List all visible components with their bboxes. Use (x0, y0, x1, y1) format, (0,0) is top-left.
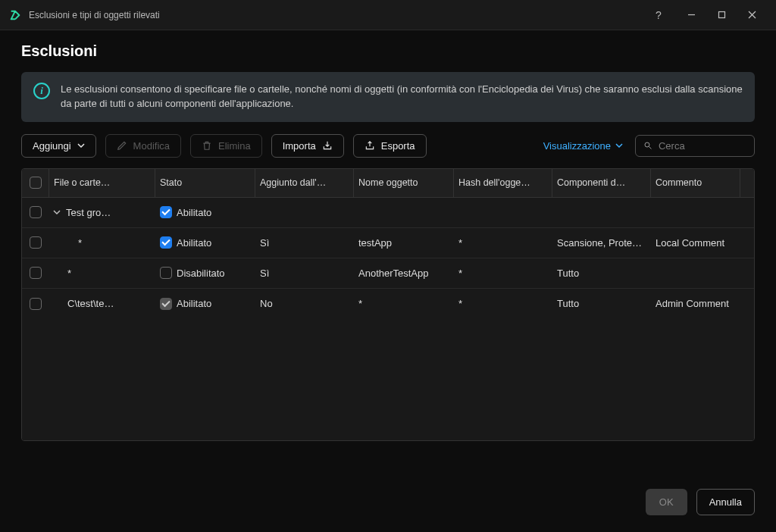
cell-state: Abilitato (177, 298, 211, 309)
export-icon (365, 140, 375, 151)
cell-object: testApp (354, 237, 454, 249)
table-row[interactable]: *DisabilitatoSìAnotherTestApp*Tutto (22, 258, 754, 289)
cell-components: Tutto (552, 268, 651, 279)
page-title: Esclusioni (21, 42, 755, 60)
row-checkbox[interactable] (30, 206, 42, 218)
cancel-button[interactable]: Annulla (696, 489, 755, 515)
pencil-icon (117, 140, 127, 151)
col-state[interactable]: Stato (155, 169, 255, 197)
cell-added: Sì (255, 268, 354, 279)
cell-file: Test gro… (66, 207, 111, 218)
import-button-label: Importa (283, 140, 316, 152)
col-added[interactable]: Aggiunto dall'… (255, 169, 354, 197)
table-header: File o carte… Stato Aggiunto dall'… Nome… (22, 169, 754, 198)
minimize-button[interactable] (676, 4, 706, 27)
table-body: Test gro…Abilitato*AbilitatoSìtestApp*Sc… (22, 198, 754, 440)
cell-added: Sì (255, 237, 354, 249)
add-button[interactable]: Aggiungi (21, 134, 96, 158)
cell-object: AnotherTestApp (354, 268, 454, 279)
maximize-button[interactable] (706, 4, 737, 27)
state-checkbox[interactable] (160, 236, 172, 249)
export-button[interactable]: Esporta (353, 134, 427, 158)
close-button[interactable] (737, 4, 767, 27)
cell-components: Scansione, Prote… (552, 237, 651, 249)
svg-line-5 (649, 147, 651, 149)
add-button-label: Aggiungi (33, 140, 71, 152)
import-button[interactable]: Importa (271, 134, 344, 158)
cell-file: * (78, 237, 82, 249)
help-button[interactable]: ? (647, 9, 670, 21)
cell-object: * (354, 298, 454, 309)
col-file[interactable]: File o carte… (49, 169, 155, 197)
edit-button-label: Modifica (133, 140, 170, 152)
row-checkbox[interactable] (30, 298, 42, 310)
dialog-footer: OK Annulla (0, 475, 776, 532)
toolbar: Aggiungi Modifica Elimina Importa Esport… (21, 134, 755, 158)
exclusions-table: File o carte… Stato Aggiunto dall'… Nome… (21, 168, 755, 441)
col-comment[interactable]: Commento (651, 169, 740, 197)
cell-hash: * (454, 298, 552, 309)
cell-comment: Local Comment (651, 237, 740, 249)
select-all-checkbox[interactable] (30, 177, 42, 189)
chevron-down-icon (77, 142, 85, 149)
cell-comment: Admin Comment (651, 298, 740, 309)
titlebar: Esclusioni e tipi di oggetti rilevati ? (0, 0, 776, 30)
cell-components: Tutto (552, 298, 651, 309)
search-field[interactable] (635, 135, 755, 157)
delete-button-label: Elimina (218, 140, 251, 152)
info-banner: i Le esclusioni consentono di specificar… (21, 72, 755, 122)
chevron-down-icon (615, 142, 623, 149)
expand-toggle[interactable] (52, 208, 61, 217)
search-icon (643, 140, 652, 151)
table-row[interactable]: Test gro…Abilitato (22, 198, 754, 228)
cell-state: Disabilitato (177, 268, 225, 279)
window-title: Esclusioni e tipi di oggetti rilevati (29, 10, 647, 20)
cell-state: Abilitato (177, 207, 211, 218)
cell-file: * (67, 268, 71, 279)
row-checkbox[interactable] (30, 267, 42, 279)
svg-point-4 (645, 142, 649, 147)
cell-state: Abilitato (177, 237, 211, 249)
state-checkbox[interactable] (160, 206, 172, 218)
svg-rect-1 (718, 12, 724, 18)
row-checkbox[interactable] (30, 236, 42, 249)
col-hash[interactable]: Hash dell'ogge… (454, 169, 552, 197)
state-checkbox[interactable] (160, 267, 172, 279)
cell-hash: * (454, 237, 552, 249)
col-object[interactable]: Nome oggetto (354, 169, 454, 197)
export-button-label: Esporta (381, 140, 415, 152)
app-logo-icon (9, 9, 21, 21)
info-icon: i (33, 83, 50, 99)
state-checkbox[interactable] (160, 298, 172, 310)
trash-icon (202, 140, 212, 151)
info-text: Le esclusioni consentono di specificare … (61, 83, 743, 111)
view-dropdown[interactable]: Visualizzazione (543, 140, 623, 152)
cell-file: C\test\te… (67, 298, 114, 309)
search-input[interactable] (659, 140, 746, 152)
cell-added: No (255, 298, 354, 309)
delete-button: Elimina (190, 134, 262, 158)
view-label: Visualizzazione (543, 140, 611, 152)
table-row[interactable]: C\test\te…AbilitatoNo**TuttoAdmin Commen… (22, 289, 754, 319)
edit-button: Modifica (105, 134, 181, 158)
cell-hash: * (454, 268, 552, 279)
table-row[interactable]: *AbilitatoSìtestApp*Scansione, Prote…Loc… (22, 228, 754, 258)
col-components[interactable]: Componenti d… (552, 169, 651, 197)
import-icon (322, 140, 333, 151)
ok-button: OK (646, 489, 687, 515)
